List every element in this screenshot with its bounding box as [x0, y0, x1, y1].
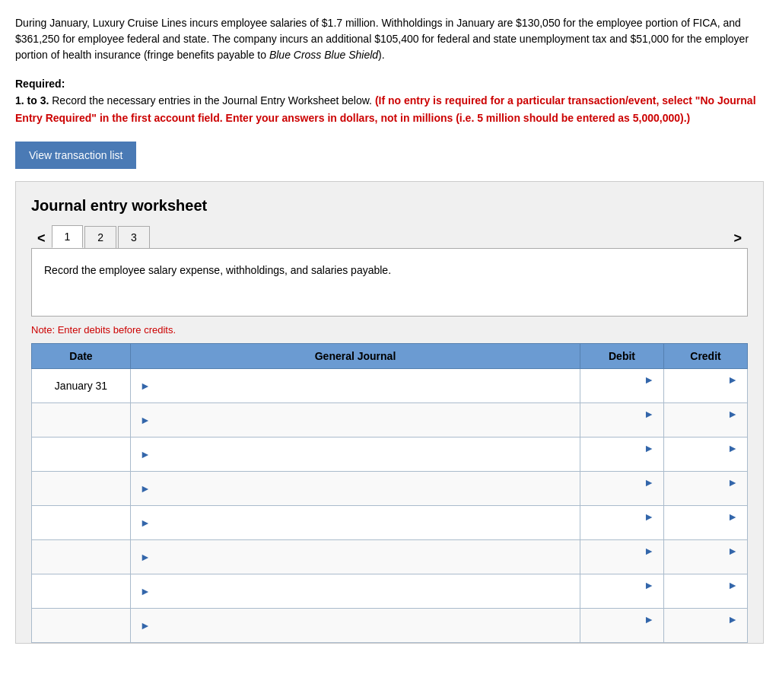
credit-arrow-icon-4: ►: [727, 476, 738, 488]
debit-input-8[interactable]: [587, 625, 657, 638]
journal-cell-6[interactable]: ►: [131, 540, 580, 574]
credit-arrow-icon-8: ►: [727, 613, 738, 625]
debit-cell-6[interactable]: ►: [580, 540, 664, 574]
credit-input-7[interactable]: [670, 591, 741, 603]
cell-arrow-icon-3: ►: [140, 448, 151, 460]
date-cell-1: January 31: [32, 369, 131, 403]
credit-arrow-icon-3: ►: [727, 442, 738, 454]
worksheet-container: Journal entry worksheet < 1 2 3 > Record…: [15, 181, 764, 644]
tabs-nav: < 1 2 3 >: [31, 225, 748, 248]
debit-cell-8[interactable]: ►: [580, 609, 664, 643]
debit-arrow-icon-1: ►: [644, 374, 654, 386]
journal-cell-1[interactable]: ►: [131, 369, 580, 403]
view-transaction-button[interactable]: View transaction list: [15, 142, 136, 169]
cell-arrow-icon-1: ►: [140, 380, 151, 392]
debit-input-7[interactable]: [587, 591, 657, 603]
note-text: Note: Enter debits before credits.: [31, 324, 748, 336]
credit-arrow-icon-6: ►: [727, 545, 738, 557]
credit-input-3[interactable]: [670, 454, 741, 466]
date-cell-4: [32, 472, 131, 506]
debit-cell-1[interactable]: ►: [580, 369, 664, 403]
debit-input-2[interactable]: [587, 420, 657, 432]
credit-cell-1[interactable]: ►: [664, 369, 748, 403]
tab-3[interactable]: 3: [118, 226, 150, 248]
credit-input-8[interactable]: [670, 625, 741, 638]
tab-nav-left-arrow[interactable]: <: [31, 228, 52, 248]
credit-input-5[interactable]: [670, 523, 741, 535]
debit-input-4[interactable]: [587, 488, 657, 501]
cell-arrow-icon-2: ►: [140, 414, 151, 426]
intro-paragraph: During January, Luxury Cruise Lines incu…: [15, 15, 764, 63]
credit-input-4[interactable]: [670, 488, 741, 501]
credit-cell-6[interactable]: ►: [664, 540, 748, 574]
credit-input-1[interactable]: [670, 386, 741, 398]
table-row: ► ► ►: [32, 540, 748, 574]
tab-2[interactable]: 2: [84, 226, 116, 248]
credit-input-2[interactable]: [670, 420, 741, 432]
credit-arrow-icon-5: ►: [727, 511, 738, 523]
tab-1[interactable]: 1: [52, 225, 84, 248]
credit-cell-7[interactable]: ►: [664, 574, 748, 609]
table-row: ► ► ►: [32, 609, 748, 643]
debit-arrow-icon-8: ►: [644, 613, 654, 625]
journal-input-5[interactable]: [154, 517, 574, 529]
tabs-wrapper: 1 2 3: [52, 225, 728, 248]
cell-arrow-icon-8: ►: [140, 619, 151, 632]
journal-cell-4[interactable]: ►: [131, 472, 580, 506]
debit-input-1[interactable]: [587, 386, 657, 398]
debit-cell-3[interactable]: ►: [580, 438, 664, 472]
header-debit: Debit: [580, 344, 664, 369]
journal-input-7[interactable]: [154, 585, 574, 597]
debit-input-6[interactable]: [587, 557, 657, 569]
debit-cell-2[interactable]: ►: [580, 403, 664, 438]
date-cell-3: [32, 438, 131, 472]
journal-input-8[interactable]: [154, 619, 574, 632]
debit-arrow-icon-4: ►: [644, 476, 654, 488]
debit-arrow-icon-6: ►: [644, 545, 654, 557]
credit-input-6[interactable]: [670, 557, 741, 569]
table-body: January 31 ► ► ►: [32, 369, 748, 643]
debit-input-5[interactable]: [587, 523, 657, 535]
journal-cell-8[interactable]: ►: [131, 609, 580, 643]
header-credit: Credit: [664, 344, 748, 369]
journal-cell-5[interactable]: ►: [131, 506, 580, 540]
journal-cell-3[interactable]: ►: [131, 438, 580, 472]
credit-cell-2[interactable]: ►: [664, 403, 748, 438]
journal-cell-2[interactable]: ►: [131, 403, 580, 438]
header-date: Date: [32, 344, 131, 369]
date-cell-2: [32, 403, 131, 438]
debit-input-3[interactable]: [587, 454, 657, 466]
table-row: ► ► ►: [32, 438, 748, 472]
instruction-bold: 1. to 3.: [15, 94, 49, 107]
table-row: ► ► ►: [32, 574, 748, 609]
credit-cell-8[interactable]: ►: [664, 609, 748, 643]
debit-cell-7[interactable]: ►: [580, 574, 664, 609]
credit-arrow-icon-7: ►: [727, 579, 738, 591]
credit-cell-5[interactable]: ►: [664, 506, 748, 540]
worksheet-title: Journal entry worksheet: [31, 197, 748, 215]
debit-arrow-icon-5: ►: [644, 511, 654, 523]
table-row: January 31 ► ► ►: [32, 369, 748, 403]
journal-input-3[interactable]: [154, 448, 574, 460]
cell-arrow-icon-6: ►: [140, 551, 151, 563]
journal-input-1[interactable]: [154, 380, 574, 392]
debit-arrow-icon-2: ►: [644, 408, 654, 420]
cell-arrow-icon-7: ►: [140, 585, 151, 597]
instruction-normal: Record the necessary entries in the Jour…: [52, 94, 375, 107]
required-label: Required:: [15, 78, 65, 90]
journal-input-2[interactable]: [154, 414, 574, 426]
journal-input-4[interactable]: [154, 482, 574, 495]
debit-cell-5[interactable]: ►: [580, 506, 664, 540]
credit-cell-4[interactable]: ►: [664, 472, 748, 506]
date-cell-6: [32, 540, 131, 574]
debit-arrow-icon-3: ►: [644, 442, 654, 454]
tab-nav-right-arrow[interactable]: >: [727, 228, 748, 248]
credit-arrow-icon-2: ►: [727, 408, 738, 420]
journal-cell-7[interactable]: ►: [131, 574, 580, 609]
credit-cell-3[interactable]: ►: [664, 438, 748, 472]
journal-table: Date General Journal Debit Credit Januar…: [31, 343, 748, 643]
debit-cell-4[interactable]: ►: [580, 472, 664, 506]
journal-input-6[interactable]: [154, 551, 574, 563]
credit-arrow-icon-1: ►: [727, 374, 738, 386]
debit-arrow-icon-7: ►: [644, 579, 654, 591]
